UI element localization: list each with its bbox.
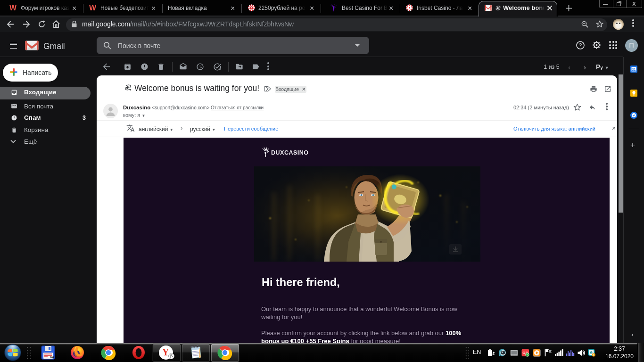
svg-text:31: 31 bbox=[632, 68, 636, 71]
svg-text:64: 64 bbox=[50, 355, 54, 359]
svg-text:?: ? bbox=[579, 42, 582, 48]
